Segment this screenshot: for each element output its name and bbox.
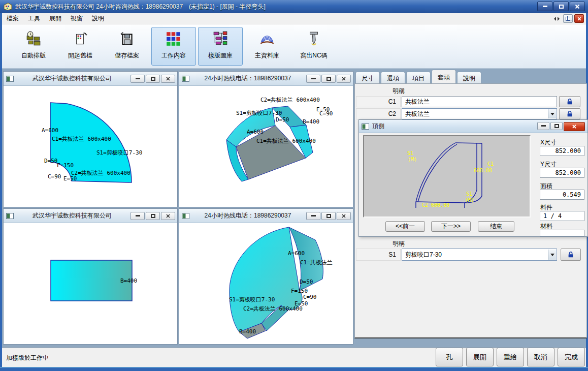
next-button[interactable]: 下一>> bbox=[431, 221, 471, 232]
close-icon bbox=[342, 76, 346, 81]
s1-combo[interactable]: 剪板咬口7-30 bbox=[402, 249, 557, 261]
redraw-button[interactable]: 重繪 bbox=[497, 348, 524, 366]
maximize-button[interactable] bbox=[553, 2, 569, 11]
cancel-button[interactable]: 取消 bbox=[527, 348, 554, 366]
row-key-c1: C1 bbox=[356, 96, 401, 107]
minimize-button[interactable] bbox=[306, 212, 320, 220]
close-icon bbox=[572, 124, 577, 129]
toolbar-auto-nest-button[interactable]: 自動排版 bbox=[11, 27, 56, 66]
tab-notes[interactable]: 說明 bbox=[457, 72, 481, 83]
save-file-icon bbox=[119, 30, 135, 47]
drawing-label: B=400 bbox=[239, 329, 256, 335]
toolbar-main-database-button[interactable]: 主資料庫 bbox=[245, 27, 289, 66]
c2-lock-button[interactable] bbox=[559, 108, 580, 119]
drawing-label: D=50 bbox=[276, 117, 289, 123]
tab-options[interactable]: 選項 bbox=[381, 72, 405, 83]
nav-forward-icon[interactable] bbox=[558, 17, 560, 21]
child-title-bar[interactable]: 24小时热线电话：18986290037 bbox=[179, 72, 353, 86]
close-button[interactable] bbox=[570, 2, 585, 11]
previous-button[interactable]: <<前一 bbox=[385, 221, 425, 232]
combo-arrow-button[interactable] bbox=[548, 250, 556, 260]
s1-lock-button[interactable] bbox=[561, 249, 581, 261]
drawing-label: D=50 bbox=[44, 158, 58, 164]
row-key-c2: C2 bbox=[356, 108, 401, 119]
tab-dimensions[interactable]: 尺寸 bbox=[355, 72, 380, 83]
dialog-title-bar[interactable]: 頂側 bbox=[359, 120, 587, 133]
toolbar-label: 樣版圖庫 bbox=[208, 51, 233, 60]
unfold-button[interactable]: 展開 bbox=[466, 348, 494, 366]
document-icon bbox=[182, 76, 189, 82]
child-title-bar[interactable]: 武汉华宇诚数控科技有限公司 bbox=[4, 209, 177, 223]
document-icon bbox=[6, 213, 14, 219]
minimize-button[interactable] bbox=[130, 75, 145, 83]
child-window-title: 24小时热线电话：18986290037 bbox=[189, 211, 306, 220]
restore-button[interactable] bbox=[146, 212, 160, 220]
menu-bar: 檔案 工具 展開 視窗 說明 bbox=[2, 13, 586, 24]
status-bar: 加樣版於工作中 孔 展開 重繪 取消 完成 bbox=[2, 348, 586, 367]
drawing-label: S1 bbox=[466, 191, 472, 197]
finish-button[interactable]: 完成 bbox=[558, 348, 585, 366]
restore-button[interactable] bbox=[146, 75, 160, 83]
restore-button[interactable] bbox=[550, 122, 563, 130]
drawing-label: A=600 bbox=[42, 128, 58, 134]
menu-window[interactable]: 視窗 bbox=[66, 13, 87, 24]
minimize-button[interactable] bbox=[537, 2, 552, 11]
c2-combo[interactable]: 共板法兰 bbox=[402, 108, 557, 119]
menu-tools[interactable]: 工具 bbox=[23, 13, 45, 24]
child-title-bar[interactable]: 24小时热线电话：18986290037 bbox=[179, 209, 353, 223]
restore-button[interactable] bbox=[321, 75, 336, 83]
restore-button[interactable] bbox=[321, 212, 336, 220]
toolbar-label: 開起舊檔 bbox=[68, 51, 92, 60]
view-window-3d-top: 24小时热线电话：18986290037 bbox=[179, 71, 353, 207]
menu-help[interactable]: 說明 bbox=[87, 13, 109, 24]
drawing-label: C2 600.00 bbox=[422, 202, 449, 208]
work-content-icon bbox=[166, 30, 182, 47]
top-side-dialog: 頂側 bbox=[358, 119, 588, 237]
combo-arrow-button[interactable] bbox=[548, 109, 556, 118]
c1-lock-button[interactable] bbox=[559, 96, 580, 107]
document-icon bbox=[6, 76, 14, 82]
toolbar-work-content-button[interactable]: 工作内容 bbox=[151, 27, 196, 66]
drawing-3d-view-top: C2=共板法兰 600x400S1=剪板咬口7-30E=50C=90D=50B=… bbox=[179, 86, 353, 207]
elbow-3d-shape bbox=[179, 86, 353, 207]
menu-unfold[interactable]: 展開 bbox=[45, 13, 66, 24]
status-text: 加樣版於工作中 bbox=[6, 354, 49, 362]
toolbar-label: 自動排版 bbox=[21, 51, 46, 60]
name-column-header: 明稱 bbox=[393, 87, 405, 96]
tab-items[interactable]: 項目 bbox=[406, 72, 431, 83]
title-bar: 武汉华宇诚数控科技有限公司 24小时咨询热线：18986290037 (未指定1… bbox=[0, 0, 588, 13]
minimize-icon bbox=[311, 215, 316, 217]
application-window: 武汉华宇诚数控科技有限公司 24小时咨询热线：18986290037 (未指定1… bbox=[0, 0, 588, 371]
minimize-button[interactable] bbox=[130, 212, 145, 220]
child-restore-button[interactable] bbox=[563, 14, 573, 23]
end-button[interactable]: 结束 bbox=[478, 221, 514, 232]
toolbar-write-nc-button[interactable]: 寫出NC碼 bbox=[291, 27, 336, 66]
chevron-down-icon bbox=[550, 254, 554, 258]
toolbar-save-file-button[interactable]: 儲存檔案 bbox=[105, 27, 149, 66]
close-button[interactable] bbox=[337, 212, 351, 220]
minimize-button[interactable] bbox=[537, 122, 549, 130]
toolbar-label: 工作内容 bbox=[161, 51, 186, 60]
c1-value-field[interactable]: 共板法兰 bbox=[402, 96, 557, 107]
child-title-bar[interactable]: 武汉华宇诚数控科技有限公司 bbox=[4, 72, 177, 86]
drawing-label: B=400 bbox=[120, 278, 137, 284]
close-button[interactable] bbox=[564, 122, 585, 131]
menu-file[interactable]: 檔案 bbox=[2, 13, 23, 24]
restore-icon bbox=[326, 77, 331, 81]
minimize-icon bbox=[311, 78, 316, 79]
close-button[interactable] bbox=[161, 75, 175, 83]
hole-button[interactable]: 孔 bbox=[436, 348, 463, 366]
close-button[interactable] bbox=[161, 212, 175, 220]
nav-back-icon[interactable] bbox=[554, 17, 556, 21]
minimize-icon bbox=[136, 215, 140, 217]
drawing-label: C=90 bbox=[48, 174, 61, 180]
toolbar-open-file-button[interactable]: 開起舊檔 bbox=[58, 27, 103, 66]
toolbar-template-library-button[interactable]: 樣版圖庫 bbox=[198, 27, 243, 66]
minimize-button[interactable] bbox=[306, 75, 320, 83]
child-close-button[interactable] bbox=[574, 14, 584, 23]
restore-icon bbox=[151, 214, 155, 218]
drawing-label: D=50 bbox=[300, 279, 313, 285]
close-button[interactable] bbox=[337, 75, 351, 83]
side-panel-shape bbox=[4, 223, 177, 344]
tab-connectors[interactable]: 套頭 bbox=[432, 70, 456, 83]
